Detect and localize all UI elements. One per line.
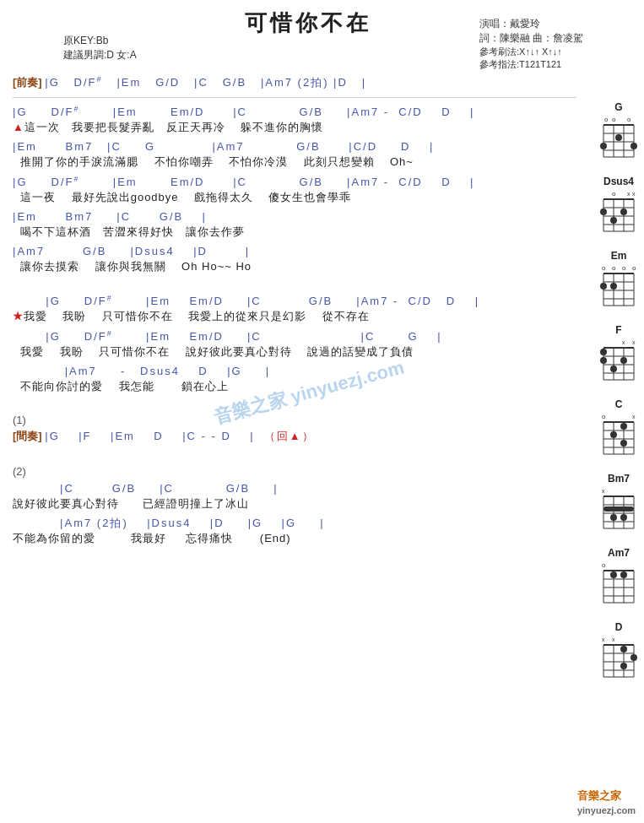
v2-lyric2: 不能為你留的愛 我最好 忘得痛快 (End) bbox=[13, 532, 576, 546]
svg-point-59 bbox=[620, 357, 627, 364]
svg-text:o: o bbox=[612, 116, 616, 123]
svg-point-86 bbox=[620, 514, 627, 521]
chorus-chord1: |G D/F# |Em Em/D |C G/B |Am7 - C/D D | bbox=[13, 294, 576, 309]
svg-text:x: x bbox=[627, 191, 630, 197]
performer: 演唱：戴愛玲 bbox=[479, 17, 631, 31]
svg-point-27 bbox=[600, 208, 607, 215]
svg-point-43 bbox=[600, 283, 607, 290]
v2-chord1: |C G/B |C G/B | bbox=[13, 482, 576, 496]
chord-f: F x x bbox=[600, 324, 637, 383]
svg-text:x: x bbox=[632, 339, 636, 345]
chord-am7: Am7 o bbox=[600, 547, 637, 606]
svg-text:x: x bbox=[632, 414, 636, 420]
svg-point-56 bbox=[600, 349, 607, 355]
v1-chord3: |G D/F# |Em Em/D |C G/B |Am7 - C/D D | bbox=[13, 175, 576, 190]
original-key: 原KEY:Bb bbox=[63, 34, 137, 48]
svg-point-71 bbox=[610, 431, 617, 438]
v1-lyric2: 推開了你的手淚流滿腮 不怕你嘲弄 不怕你冷漠 此刻只想變賴 Oh~ bbox=[13, 155, 576, 170]
svg-point-97 bbox=[610, 571, 617, 578]
chorus-lyric2: 我愛 我盼 只可惜你不在 說好彼此要真心對待 說過的話變成了負債 bbox=[13, 345, 576, 360]
svg-text:o: o bbox=[632, 264, 636, 272]
svg-text:o: o bbox=[612, 264, 616, 272]
chord-em: Em o o o o bbox=[600, 250, 637, 309]
fingering: 參考指法:T121T121 bbox=[479, 58, 631, 71]
svg-point-28 bbox=[610, 217, 617, 224]
chorus-lyric3: 不能向你討的愛 我怎能 鎖在心上 bbox=[13, 380, 576, 394]
v1-lyric3: 這一夜 最好先說出goodbye 戲拖得太久 傻女生也會學乖 bbox=[13, 191, 576, 205]
interlude-label: [間奏] bbox=[13, 430, 42, 442]
key-info: 原KEY:Bb 建議男調:D 女:A bbox=[63, 34, 137, 62]
title-area: 可惜你不在 bbox=[137, 8, 479, 38]
svg-text:x: x bbox=[622, 339, 625, 345]
svg-rect-84 bbox=[603, 506, 634, 512]
strumming: 參考刷法:X↑↓↑ X↑↓↑ bbox=[479, 46, 631, 58]
svg-point-29 bbox=[620, 208, 627, 215]
svg-point-111 bbox=[630, 654, 637, 661]
svg-text:o: o bbox=[612, 190, 616, 198]
chord-c: C o x bbox=[600, 398, 637, 458]
svg-text:x: x bbox=[612, 636, 615, 642]
footer-url: yinyuezj.com bbox=[577, 805, 636, 815]
v2-chord2: |Am7 (2拍) |Dsus4 |D |G |G | bbox=[13, 517, 576, 531]
chord-diagrams: G o o o bbox=[600, 101, 637, 680]
svg-text:x: x bbox=[632, 191, 636, 197]
main-content: [前奏] |G D/F# |Em G/D |C G/B |Am7 (2拍) |D… bbox=[13, 75, 576, 546]
v2-lyric1: 說好彼此要真心對待 已經證明撞上了冰山 bbox=[13, 497, 576, 512]
song-title: 可惜你不在 bbox=[137, 8, 479, 38]
svg-text:o: o bbox=[602, 264, 606, 272]
svg-point-110 bbox=[620, 646, 627, 652]
svg-point-73 bbox=[620, 440, 627, 447]
svg-text:o: o bbox=[622, 264, 626, 272]
svg-text:o: o bbox=[602, 561, 606, 569]
v1-lyric5: 讓你去摸索 讓你與我無關 Oh Ho~~ Ho bbox=[13, 260, 576, 274]
svg-point-112 bbox=[620, 663, 627, 669]
chorus-lyric1: ★我愛 我盼 只可惜你不在 我愛上的從來只是幻影 從不存在 bbox=[13, 310, 576, 324]
svg-point-98 bbox=[620, 571, 627, 578]
v1-chord2: |Em Bm7 |C G |Am7 G/B |C/D D | bbox=[13, 140, 576, 154]
chord-g: G o o o bbox=[600, 101, 637, 160]
svg-point-14 bbox=[630, 143, 637, 149]
svg-point-58 bbox=[610, 365, 617, 372]
num-1: (1) bbox=[13, 414, 576, 428]
v1-lyric1: ▲這一次 我要把長髮弄亂 反正天再冷 躲不進你的胸懷 bbox=[13, 121, 576, 135]
chorus-chord3: |Am7 - Dsus4 D |G | bbox=[13, 365, 576, 379]
svg-point-44 bbox=[610, 283, 617, 290]
v1-chord4: |Em Bm7 |C G/B | bbox=[13, 210, 576, 225]
prelude-line: [前奏] |G D/F# |Em G/D |C G/B |Am7 (2拍) |D… bbox=[13, 75, 576, 90]
footer-site: 音樂之家 bbox=[577, 789, 621, 802]
svg-point-72 bbox=[620, 423, 627, 430]
header: 原KEY:Bb 建議男調:D 女:A 可惜你不在 演唱：戴愛玲 詞：陳樂融 曲：… bbox=[13, 8, 631, 71]
chord-bm7: Bm7 x bbox=[600, 473, 637, 532]
v1-chord1: |G D/F# |Em Em/D |C G/B |Am7 - C/D D | bbox=[13, 105, 576, 120]
prelude-chords: |G D/F# |Em G/D |C G/B |Am7 (2拍) |D | bbox=[45, 76, 366, 89]
interlude-line: [間奏] |G |F |Em D |C - - D | （回▲） bbox=[13, 430, 576, 444]
chorus-chord2: |G D/F# |Em Em/D |C |C G | bbox=[13, 329, 576, 344]
chord-dsus4: Dsus4 o x x bbox=[600, 176, 637, 235]
svg-point-12 bbox=[600, 143, 607, 149]
page: 原KEY:Bb 建議男調:D 女:A 可惜你不在 演唱：戴愛玲 詞：陳樂融 曲：… bbox=[0, 0, 644, 823]
svg-point-85 bbox=[610, 514, 617, 521]
svg-text:o: o bbox=[602, 413, 606, 420]
suggestion: 建議男調:D 女:A bbox=[63, 48, 137, 62]
num-2: (2) bbox=[13, 465, 576, 479]
footer-logo: 音樂之家 yinyuezj.com bbox=[577, 788, 636, 816]
svg-text:o: o bbox=[627, 116, 631, 123]
chord-d: D x x bbox=[600, 621, 637, 680]
svg-text:o: o bbox=[604, 116, 609, 123]
prelude-label: [前奏] bbox=[13, 76, 42, 89]
svg-point-57 bbox=[600, 357, 607, 364]
credits: 詞：陳樂融 曲：詹凌駕 bbox=[479, 31, 631, 46]
v1-lyric4: 喝不下這杯酒 苦澀來得好快 讓你去作夢 bbox=[13, 225, 576, 240]
svg-text:x: x bbox=[602, 636, 605, 642]
svg-text:x: x bbox=[602, 488, 605, 494]
interlude-chords: |G |F |Em D |C - - D | （回▲） bbox=[45, 430, 314, 442]
svg-point-13 bbox=[615, 134, 622, 141]
v1-chord5: |Am7 G/B |Dsus4 |D | bbox=[13, 245, 576, 259]
song-info: 演唱：戴愛玲 詞：陳樂融 曲：詹凌駕 參考刷法:X↑↓↑ X↑↓↑ 參考指法:T… bbox=[479, 17, 631, 71]
